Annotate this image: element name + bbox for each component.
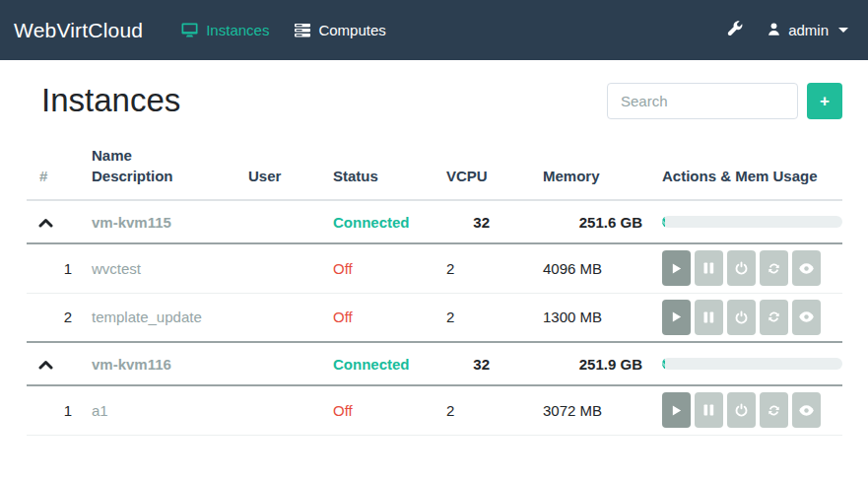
instance-name-link[interactable]: a1 bbox=[92, 402, 108, 419]
instance-actions bbox=[662, 250, 842, 286]
instance-memory: 3072 MB bbox=[543, 385, 662, 435]
power-icon bbox=[735, 403, 748, 417]
instance-status: Off bbox=[333, 243, 446, 293]
desktop-icon bbox=[181, 23, 198, 37]
host-row: vm-kvm116 Connected 32 251.9 GB bbox=[27, 342, 842, 385]
settings-wrench-button[interactable] bbox=[713, 0, 757, 60]
page-title: Instances bbox=[41, 81, 180, 120]
pause-button[interactable] bbox=[695, 300, 723, 335]
nav-item-computes[interactable]: Computes bbox=[282, 0, 398, 60]
host-name-link[interactable]: vm-kvm116 bbox=[92, 356, 171, 373]
instance-user-cell bbox=[248, 243, 333, 293]
instances-table: # Name Description User Status VCPU Memo… bbox=[27, 145, 842, 436]
instance-actions bbox=[662, 392, 842, 428]
collapse-chevron-up-icon[interactable] bbox=[38, 218, 53, 228]
table-header-row: # Name Description User Status VCPU Memo… bbox=[27, 145, 842, 200]
col-header-name: Name Description bbox=[92, 145, 248, 200]
mem-usage-bar bbox=[662, 358, 842, 370]
eye-icon bbox=[799, 405, 814, 416]
play-icon bbox=[670, 310, 683, 323]
instance-status: Off bbox=[333, 385, 446, 435]
wrench-icon bbox=[727, 21, 743, 40]
play-button[interactable] bbox=[662, 250, 691, 286]
play-icon bbox=[670, 262, 683, 275]
pause-button[interactable] bbox=[695, 250, 723, 286]
play-button[interactable] bbox=[662, 392, 691, 428]
instance-name-link[interactable]: wvctest bbox=[92, 260, 141, 277]
pause-icon bbox=[703, 311, 714, 323]
mem-usage-fill bbox=[662, 358, 665, 370]
nav-item-label: Instances bbox=[206, 22, 269, 38]
chevron-down-icon bbox=[838, 28, 848, 33]
col-header-actions: Actions & Mem Usage bbox=[662, 145, 842, 200]
pause-icon bbox=[703, 262, 714, 274]
refresh-button[interactable] bbox=[760, 300, 788, 335]
search-input[interactable] bbox=[607, 83, 798, 119]
console-eye-button[interactable] bbox=[792, 250, 821, 286]
refresh-button[interactable] bbox=[760, 250, 788, 286]
host-user-cell bbox=[248, 200, 333, 243]
server-icon bbox=[295, 24, 310, 37]
instance-index: 2 bbox=[27, 293, 92, 342]
pause-icon bbox=[703, 404, 714, 416]
pause-button[interactable] bbox=[695, 392, 723, 428]
instance-index: 1 bbox=[27, 243, 92, 293]
host-status: Connected bbox=[333, 200, 446, 243]
instance-user-cell bbox=[248, 385, 333, 435]
col-header-status: Status bbox=[333, 145, 446, 200]
user-icon bbox=[767, 22, 781, 39]
add-instance-button[interactable]: + bbox=[807, 83, 842, 119]
eye-icon bbox=[799, 263, 814, 274]
instance-vcpu: 2 bbox=[446, 293, 543, 342]
navbar-right: admin bbox=[713, 0, 854, 60]
instance-row: 1 wvctest Off 2 4096 MB bbox=[27, 243, 842, 293]
refresh-icon bbox=[768, 404, 780, 417]
instance-index: 1 bbox=[27, 385, 92, 435]
col-header-vcpu: VCPU bbox=[446, 145, 543, 200]
power-off-button[interactable] bbox=[727, 300, 756, 335]
play-button[interactable] bbox=[662, 300, 691, 335]
instance-name-link[interactable]: template_update bbox=[92, 309, 202, 325]
brand-link[interactable]: WebVirtCloud bbox=[14, 19, 143, 42]
host-status: Connected bbox=[333, 342, 446, 385]
instance-vcpu: 2 bbox=[446, 243, 543, 293]
page-header: Instances + bbox=[0, 60, 868, 120]
mem-usage-bar bbox=[662, 216, 842, 228]
search-group: + bbox=[607, 83, 842, 119]
navbar: WebVirtCloud Instances Computes bbox=[0, 0, 868, 60]
console-eye-button[interactable] bbox=[792, 392, 821, 428]
instance-user-cell bbox=[248, 293, 333, 342]
nav-item-label: Computes bbox=[318, 22, 385, 38]
host-vcpu: 32 bbox=[446, 200, 543, 243]
host-memory: 251.6 GB bbox=[543, 200, 662, 243]
refresh-icon bbox=[768, 262, 780, 275]
power-off-button[interactable] bbox=[727, 250, 756, 286]
instance-row: 1 a1 Off 2 3072 MB bbox=[27, 385, 842, 435]
console-eye-button[interactable] bbox=[792, 300, 821, 335]
power-icon bbox=[735, 261, 748, 275]
host-memory: 251.9 GB bbox=[543, 342, 662, 385]
instance-memory: 1300 MB bbox=[543, 293, 662, 342]
nav-item-instances[interactable]: Instances bbox=[168, 0, 282, 60]
instance-actions bbox=[662, 300, 842, 335]
host-user-cell bbox=[248, 342, 333, 385]
col-header-user: User bbox=[248, 145, 333, 200]
instance-row: 2 template_update Off 2 1300 MB bbox=[27, 293, 842, 342]
refresh-icon bbox=[768, 310, 780, 323]
instance-memory: 4096 MB bbox=[543, 243, 662, 293]
eye-icon bbox=[799, 311, 814, 322]
host-row: vm-kvm115 Connected 32 251.6 GB bbox=[27, 200, 842, 243]
col-header-memory: Memory bbox=[543, 145, 662, 200]
user-name: admin bbox=[788, 22, 829, 38]
host-vcpu: 32 bbox=[446, 342, 543, 385]
col-header-num: # bbox=[27, 145, 92, 200]
host-name-link[interactable]: vm-kvm115 bbox=[92, 214, 171, 231]
mem-usage-fill bbox=[662, 216, 665, 228]
power-off-button[interactable] bbox=[727, 392, 756, 428]
power-icon bbox=[735, 310, 748, 324]
instance-status: Off bbox=[333, 293, 446, 342]
play-icon bbox=[670, 404, 683, 417]
collapse-chevron-up-icon[interactable] bbox=[38, 360, 53, 370]
user-menu[interactable]: admin bbox=[757, 0, 854, 60]
refresh-button[interactable] bbox=[760, 392, 788, 428]
